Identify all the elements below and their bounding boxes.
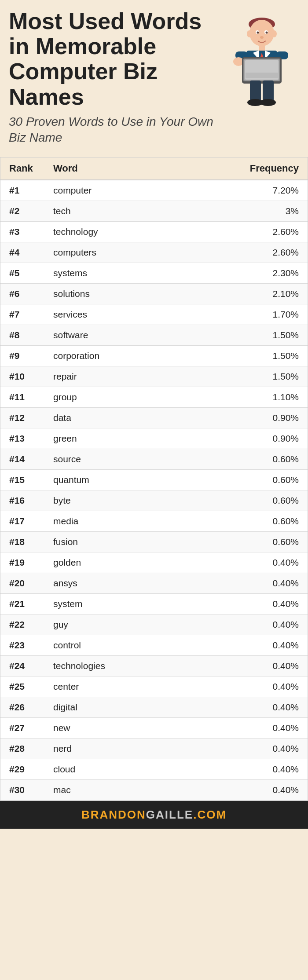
cell-rank: #10 [0,366,44,387]
character-illustration [229,11,299,110]
cell-rank: #16 [0,490,44,511]
cell-frequency: 0.60% [179,511,308,531]
table-row: #10repair1.50% [0,366,308,387]
cell-word: control [44,635,179,655]
cell-word: digital [44,697,179,717]
cell-frequency: 0.40% [179,759,308,779]
table-row: #1computer7.20% [0,180,308,201]
cell-word: fusion [44,531,179,552]
cell-frequency: 0.90% [179,407,308,428]
cell-frequency: 1.50% [179,345,308,366]
cell-word: technology [44,221,179,242]
cell-rank: #23 [0,635,44,655]
table-row: #29cloud0.40% [0,759,308,779]
cell-frequency: 0.40% [179,614,308,635]
cell-rank: #30 [0,779,44,800]
character-svg [229,11,295,108]
table-row: #16byte0.60% [0,490,308,511]
cell-frequency: 3% [179,201,308,221]
main-title: Most Used Words in Memorable Computer Bi… [9,9,224,110]
cell-frequency: 0.40% [179,738,308,759]
cell-word: group [44,387,179,407]
table-row: #28nerd0.40% [0,738,308,759]
svg-rect-21 [246,73,278,78]
svg-point-3 [271,30,277,37]
cell-word: systems [44,263,179,283]
subtitle: 30 Proven Words to Use in Your Own Biz N… [9,114,224,146]
footer-section: BRANDONGAILLE.COM [0,801,308,829]
cell-rank: #15 [0,469,44,490]
table-row: #18fusion0.60% [0,531,308,552]
cell-word: media [44,511,179,531]
cell-rank: #11 [0,387,44,407]
footer-brand-text: BRANDONGAILLE.COM [81,808,227,821]
cell-word: golden [44,552,179,573]
footer-brandon: BRANDON [81,808,146,821]
cell-rank: #17 [0,511,44,531]
data-table-container: Rank Word Frequency #1computer7.20%#2tec… [0,157,308,801]
table-row: #5systems2.30% [0,263,308,283]
cell-word: solutions [44,283,179,304]
cell-rank: #25 [0,676,44,697]
header-text: Most Used Words in Memorable Computer Bi… [9,9,224,146]
cell-frequency: 2.30% [179,263,308,283]
cell-rank: #22 [0,614,44,635]
cell-rank: #14 [0,449,44,469]
cell-word: data [44,407,179,428]
cell-word: corporation [44,345,179,366]
cell-rank: #28 [0,738,44,759]
table-row: #12data0.90% [0,407,308,428]
cell-frequency: 0.40% [179,635,308,655]
cell-rank: #19 [0,552,44,573]
footer-gaille: GAILLE [146,808,193,821]
column-header-word: Word [44,157,179,180]
table-row: #8software1.50% [0,325,308,345]
cell-rank: #5 [0,263,44,283]
cell-frequency: 0.60% [179,490,308,511]
svg-point-2 [247,30,252,37]
table-row: #9corporation1.50% [0,345,308,366]
table-row: #13green0.90% [0,428,308,449]
table-row: #4computers2.60% [0,242,308,263]
cell-rank: #24 [0,655,44,676]
cell-rank: #8 [0,325,44,345]
table-row: #3technology2.60% [0,221,308,242]
cell-frequency: 7.20% [179,180,308,201]
page-container: Most Used Words in Memorable Computer Bi… [0,0,308,829]
cell-word: new [44,717,179,738]
table-row: #25center0.40% [0,676,308,697]
cell-word: mac [44,779,179,800]
cell-frequency: 0.40% [179,593,308,614]
cell-rank: #20 [0,573,44,593]
cell-rank: #2 [0,201,44,221]
cell-word: technologies [44,655,179,676]
cell-word: computers [44,242,179,263]
table-row: #24technologies0.40% [0,655,308,676]
header-section: Most Used Words in Memorable Computer Bi… [0,0,308,150]
cell-rank: #26 [0,697,44,717]
cell-word: services [44,304,179,325]
table-row: #23control0.40% [0,635,308,655]
cell-rank: #12 [0,407,44,428]
cell-rank: #27 [0,717,44,738]
cell-frequency: 1.50% [179,325,308,345]
cell-rank: #7 [0,304,44,325]
column-header-rank: Rank [0,157,44,180]
cell-frequency: 0.40% [179,552,308,573]
table-row: #15quantum0.60% [0,469,308,490]
table-row: #7services1.70% [0,304,308,325]
cell-rank: #4 [0,242,44,263]
table-row: #2tech3% [0,201,308,221]
column-header-frequency: Frequency [179,157,308,180]
svg-point-6 [257,32,259,34]
table-row: #22guy0.40% [0,614,308,635]
cell-frequency: 2.10% [179,283,308,304]
cell-frequency: 0.60% [179,531,308,552]
cell-rank: #29 [0,759,44,779]
cell-word: repair [44,366,179,387]
cell-word: green [44,428,179,449]
cell-rank: #1 [0,180,44,201]
cell-frequency: 0.40% [179,697,308,717]
cell-word: guy [44,614,179,635]
cell-frequency: 0.40% [179,573,308,593]
